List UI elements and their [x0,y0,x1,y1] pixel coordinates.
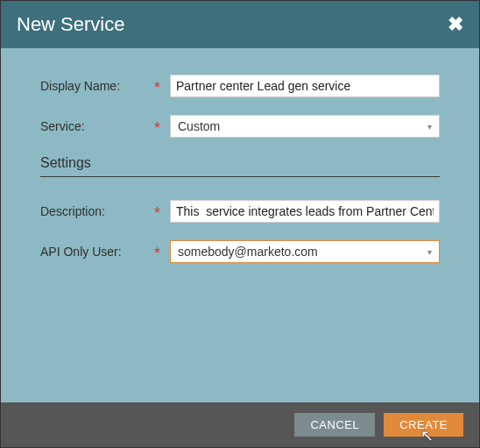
section-title-settings: Settings [40,155,440,171]
api-user-select-value: somebody@marketo.com [178,245,318,259]
dialog-titlebar: New Service ✖ [1,1,479,48]
required-asterisk-icon: * [154,122,170,134]
label-description: Description: [40,204,154,218]
dialog-title: New Service [17,13,124,36]
required-asterisk-icon: * [154,207,170,219]
cancel-button[interactable]: CANCEL [294,413,375,437]
label-display-name: Display Name: [40,79,154,93]
chevron-down-icon: ▾ [427,247,432,257]
row-service: Service: * Custom ▾ [40,115,440,138]
description-input[interactable] [170,200,440,223]
close-icon[interactable]: ✖ [448,13,463,36]
label-api-user: API Only User: [40,245,154,259]
dialog-footer: CANCEL CREATE [1,402,479,447]
required-asterisk-icon: * [154,82,170,94]
dialog-content: Display Name: * Service: * Custom ▾ Sett… [1,48,479,402]
service-select[interactable]: Custom ▾ [170,115,440,138]
row-api-user: API Only User: * somebody@marketo.com ▾ [40,240,440,263]
service-select-value: Custom [178,119,220,133]
new-service-dialog: New Service ✖ Display Name: * Service: *… [0,0,480,448]
create-button[interactable]: CREATE [384,413,463,437]
api-user-select[interactable]: somebody@marketo.com ▾ [170,240,440,263]
display-name-input[interactable] [170,75,440,97]
row-display-name: Display Name: * [40,75,440,97]
chevron-down-icon: ▾ [427,122,432,132]
section-divider [40,176,440,177]
row-description: Description: * [40,200,440,223]
required-asterisk-icon: * [154,247,170,260]
label-service: Service: [40,119,154,133]
